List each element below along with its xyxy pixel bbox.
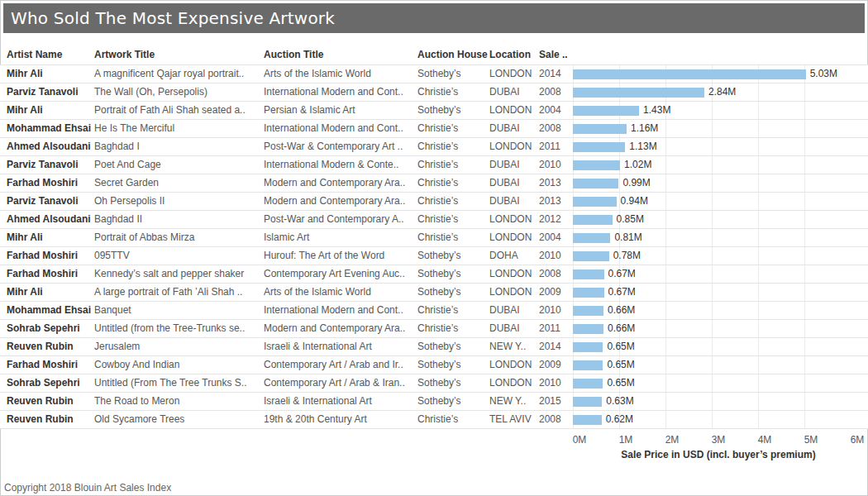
cell-location: LONDON: [489, 211, 539, 228]
table-row[interactable]: Reuven Rubin The Road to Meron Israeli &…: [0, 393, 868, 411]
table-row[interactable]: Sohrab Sepehri Untitled (From The Tree T…: [0, 374, 868, 393]
col-header-location[interactable]: Location: [489, 46, 539, 64]
cell-bar-chart: 0.65M: [573, 338, 851, 355]
cell-artist-name: Farhad Moshiri: [0, 247, 94, 265]
cell-artwork-title: Kennedy’s salt and pepper shaker: [94, 265, 264, 283]
cell-artist-name: Mihr Ali: [0, 229, 94, 246]
table-row[interactable]: Mohammad Ehsai Banquet International Mod…: [0, 302, 868, 320]
col-header-auction-house[interactable]: Auction House: [417, 46, 489, 64]
table-row[interactable]: Farhad Moshiri Secret Garden Modern and …: [0, 174, 868, 193]
col-header-auction-title[interactable]: Auction Title: [264, 46, 417, 64]
table-row[interactable]: Parviz Tanavoli The Wall (Oh, Persepolis…: [0, 83, 868, 102]
sale-price-bar[interactable]: [573, 179, 618, 188]
sale-price-bar[interactable]: [573, 124, 627, 134]
table-row[interactable]: Parviz Tanavoli Oh Persepolis II Modern …: [0, 193, 868, 211]
cell-bar-chart: 0.99M: [573, 174, 851, 192]
cell-sale-year: 2010: [539, 156, 570, 174]
sale-price-bar[interactable]: [573, 142, 625, 152]
cell-artwork-title: Secret Garden: [94, 174, 264, 192]
col-header-artwork-title[interactable]: Artwork Title: [94, 46, 264, 64]
sale-price-bar[interactable]: [573, 197, 617, 207]
cell-bar-chart: 0.62M: [573, 411, 851, 428]
sale-price-bar[interactable]: [573, 379, 603, 389]
cell-artist-name: Reuven Rubin: [0, 393, 94, 410]
cell-location: NEW Y..: [489, 393, 539, 410]
col-header-sale-date[interactable]: Sale ..: [539, 46, 570, 64]
cell-location: DUBAI: [489, 174, 539, 192]
sale-price-bar[interactable]: [573, 360, 603, 370]
cell-artist-name: Parviz Tanavoli: [0, 156, 94, 174]
sale-price-label: 0.85M: [617, 211, 644, 228]
x-axis-tick: 3M: [712, 434, 726, 446]
sale-price-bar[interactable]: [573, 269, 604, 279]
sale-price-bar[interactable]: [573, 160, 620, 170]
table-row[interactable]: Mihr Ali Portrait of Fath Ali Shah seate…: [0, 102, 868, 120]
sale-price-bar[interactable]: [573, 397, 602, 407]
copyright-text: Copyright 2018 Blouin Art Sales Index: [4, 482, 171, 494]
sale-price-bar[interactable]: [573, 306, 603, 316]
sale-price-bar[interactable]: [573, 88, 704, 98]
cell-auction-title: Modern and Contemporary Ara..: [264, 193, 417, 210]
col-header-artist-name[interactable]: Artist Name: [0, 46, 94, 64]
sale-price-bar[interactable]: [573, 215, 613, 225]
cell-sale-year: 2014: [539, 65, 570, 83]
table-row[interactable]: Reuven Rubin Old Sycamore Trees 19th & 2…: [0, 411, 868, 429]
sale-price-bar[interactable]: [573, 233, 610, 243]
sale-price-bar[interactable]: [573, 415, 602, 425]
x-axis-title: Sale Price in USD (incl. buyer’s premium…: [579, 449, 857, 460]
cell-auction-title: Modern and Contemporary Ara..: [264, 320, 417, 337]
sale-price-bar[interactable]: [573, 251, 609, 261]
sale-price-label: 1.16M: [631, 120, 658, 137]
cell-auction-title: Arts of the Islamic World: [264, 284, 417, 301]
table-row[interactable]: Sohrab Sepehri Untitled (from the Tree-T…: [0, 320, 868, 338]
cell-auction-house: Christie’s: [417, 156, 489, 174]
table-row[interactable]: Mihr Ali A magnificent Qajar royal portr…: [0, 65, 868, 83]
cell-sale-year: 2009: [539, 356, 570, 374]
x-axis-title-row: Sale Price in USD (incl. buyer’s premium…: [0, 449, 868, 465]
sale-price-bar[interactable]: [573, 288, 604, 298]
sale-price-label: 1.43M: [643, 102, 670, 119]
table-row[interactable]: Farhad Moshiri Kennedy’s salt and pepper…: [0, 265, 868, 284]
cell-auction-title: Israeli & International Art: [264, 338, 417, 355]
cell-bar-chart: 1.13M: [573, 138, 851, 155]
cell-artwork-title: Banquet: [94, 302, 264, 319]
table-row[interactable]: Mohammad Ehsai He Is The Merciful Intern…: [0, 120, 868, 138]
sale-price-label: 0.66M: [608, 320, 635, 337]
cell-artwork-title: Untitled (From The Tree Trunks S..: [94, 374, 264, 392]
cell-location: DUBAI: [489, 193, 539, 210]
cell-auction-title: International Modern & Conte..: [264, 156, 417, 174]
sale-price-bar[interactable]: [573, 69, 806, 79]
cell-bar-chart: 2.84M: [573, 83, 851, 101]
table-row[interactable]: Ahmed Alsoudani Baghdad II Post-War and …: [0, 211, 868, 229]
cell-bar-chart: 0.65M: [573, 374, 851, 392]
cell-bar-chart: 0.66M: [573, 320, 851, 337]
cell-location: LONDON: [489, 65, 539, 83]
cell-auction-house: Sotheby’s: [417, 102, 489, 119]
tableau-dashboard: { "title": "Who Sold The Most Expensive …: [0, 0, 868, 496]
sale-price-bar[interactable]: [573, 106, 639, 116]
cell-sale-year: 2008: [539, 120, 570, 137]
table-row[interactable]: Reuven Rubin Jerusalem Israeli & Interna…: [0, 338, 868, 356]
cell-sale-year: 2012: [539, 211, 570, 228]
x-axis-tick: 2M: [665, 434, 680, 446]
table-row[interactable]: Farhad Moshiri Cowboy And Indian Contemp…: [0, 356, 868, 374]
cell-sale-year: 2013: [539, 174, 570, 192]
sale-price-label: 0.65M: [607, 374, 634, 392]
table-row[interactable]: Ahmed Alsoudani Baghdad I Post-War & Con…: [0, 138, 868, 156]
cell-sale-year: 2011: [539, 138, 570, 155]
cell-artwork-title: Baghdad II: [94, 211, 264, 228]
table-row[interactable]: Farhad Moshiri 095TTV Hurouf: The Art of…: [0, 247, 868, 265]
sale-price-label: 0.65M: [607, 356, 634, 374]
cell-auction-title: Israeli & International Art: [264, 393, 417, 410]
table-row[interactable]: Parviz Tanavoli Poet And Cage Internatio…: [0, 156, 868, 174]
table-body: Mihr Ali A magnificent Qajar royal portr…: [0, 64, 868, 429]
sale-price-bar[interactable]: [573, 342, 603, 352]
table-row[interactable]: Mihr Ali A large portrait of Fath ’Ali S…: [0, 284, 868, 302]
cell-auction-house: Sotheby’s: [417, 374, 489, 392]
sale-price-bar[interactable]: [573, 324, 603, 334]
cell-artist-name: Reuven Rubin: [0, 338, 94, 355]
cell-auction-title: Modern and Contemporary Ara..: [264, 174, 417, 192]
cell-artist-name: Mohammad Ehsai: [0, 120, 94, 137]
cell-artwork-title: The Wall (Oh, Persepolis): [94, 83, 264, 101]
table-row[interactable]: Mihr Ali Portrait of Abbas Mirza Islamic…: [0, 229, 868, 247]
